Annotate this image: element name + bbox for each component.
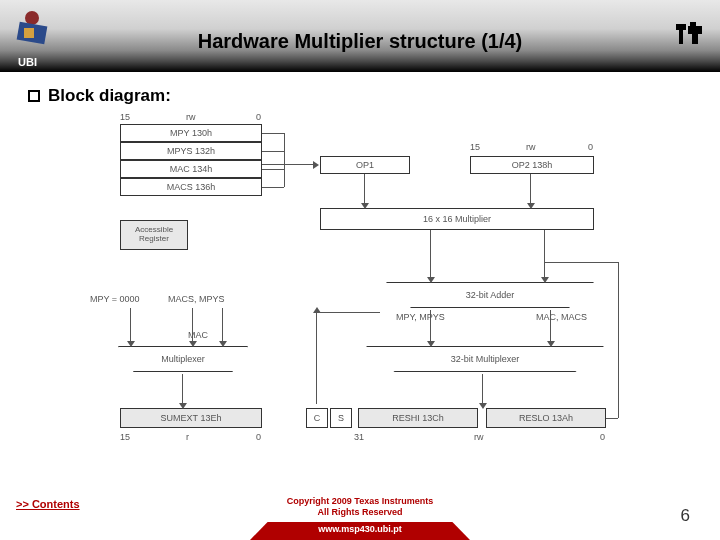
reg-reslo: RESLO 13Ah [486, 408, 606, 428]
wire [544, 230, 545, 278]
reg-mpys: MPYS 132h [120, 142, 262, 160]
bit-15-left: 15 [120, 112, 130, 122]
bit-0-left: 0 [256, 112, 261, 122]
lbl-mpy0000: MPY = 0000 [90, 294, 140, 304]
rw-right: rw [526, 142, 536, 152]
footer: >> Contents Copyright 2009 Texas Instrum… [0, 488, 720, 540]
svg-rect-2 [24, 28, 34, 38]
reg-op2: OP2 138h [470, 156, 594, 174]
wire [544, 262, 618, 263]
wire [618, 262, 619, 418]
bit-15-sum: 15 [120, 432, 130, 442]
reg-op1: OP1 [320, 156, 410, 174]
copyright-line2: All Rights Reserved [0, 507, 720, 518]
ubi-label: UBI [18, 56, 37, 68]
wire [606, 418, 618, 419]
bit-0-right: 0 [588, 142, 593, 152]
header-bar: Hardware Multiplier structure (1/4) UBI [0, 0, 720, 72]
page-number: 6 [681, 506, 690, 526]
wire [550, 310, 551, 342]
bit-15-right: 15 [470, 142, 480, 152]
r-sum: r [186, 432, 189, 442]
wire [192, 308, 193, 342]
wire [222, 308, 223, 342]
wire [130, 308, 131, 342]
bullet-icon [28, 90, 40, 102]
reg-mac: MAC 134h [120, 160, 262, 178]
wire [262, 187, 284, 188]
reg-s: S [330, 408, 352, 428]
footer-url: www.msp430.ubi.pt [0, 524, 720, 534]
reg-mpy: MPY 130h [120, 124, 262, 142]
wire [430, 230, 431, 278]
body: Block diagram: 15 rw 0 MPY 130h MPYS 132… [0, 72, 720, 472]
lbl-macs-mpys: MACS, MPYS [168, 294, 225, 304]
rw-left: rw [186, 112, 196, 122]
adder-block: 32-bit Adder [386, 282, 594, 308]
multiplier-block: 16 x 16 Multiplier [320, 208, 594, 230]
big-multiplexer-block: 32-bit Multiplexer [366, 346, 604, 372]
wire [284, 133, 285, 187]
slide-title: Hardware Multiplier structure (1/4) [0, 20, 720, 53]
bullet-text: Block diagram: [48, 86, 171, 106]
accessible-register: Accessible Register [120, 220, 188, 250]
reg-c: C [306, 408, 328, 428]
copyright-line1: Copyright 2009 Texas Instruments [0, 496, 720, 507]
lbl-mac-macs: MAC, MACS [536, 312, 587, 322]
wire [262, 133, 284, 134]
copyright: Copyright 2009 Texas Instruments All Rig… [0, 496, 720, 518]
wire [530, 174, 531, 204]
block-diagram: 15 rw 0 MPY 130h MPYS 132h MAC 134h MACS… [90, 112, 630, 472]
ubi-logo [10, 6, 54, 50]
lbl-mac: MAC [188, 330, 208, 340]
bit-0-res: 0 [600, 432, 605, 442]
reg-macs: MACS 136h [120, 178, 262, 196]
wire [262, 164, 314, 165]
wire [262, 169, 284, 170]
reg-sumext: SUMEXT 13Eh [120, 408, 262, 428]
multiplexer-block: Multiplexer [118, 346, 248, 372]
lbl-mpy-mpys: MPY, MPYS [396, 312, 445, 322]
wire [316, 312, 380, 313]
rw-res: rw [474, 432, 484, 442]
wire [430, 310, 431, 342]
bit-31-res: 31 [354, 432, 364, 442]
reg-reshi: RESHI 13Ch [358, 408, 478, 428]
wire [482, 374, 483, 404]
wire [182, 374, 183, 404]
bit-0-sum: 0 [256, 432, 261, 442]
bullet-heading: Block diagram: [28, 86, 692, 106]
svg-point-0 [25, 11, 39, 25]
wire [262, 151, 284, 152]
ti-logo [672, 16, 708, 52]
wire [364, 174, 365, 204]
wire [316, 312, 317, 404]
